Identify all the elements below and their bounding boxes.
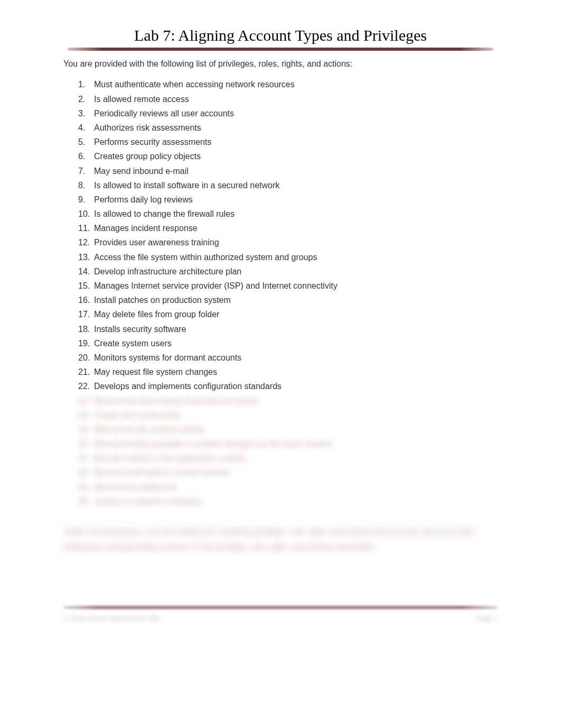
list-item: 25.Blurred list file content writing xyxy=(78,422,498,437)
list-item-text: Blurred system is the application conten… xyxy=(94,451,498,465)
list-item: 23.Blurred text item twenty three line o… xyxy=(78,394,498,408)
footer-right: Page 1 xyxy=(476,614,498,622)
title-divider xyxy=(68,48,493,51)
list-item-number: 28. xyxy=(78,465,94,480)
footer: © 2015 Author Name Book Title Page 1 xyxy=(63,606,498,622)
list-item-number: 15. xyxy=(78,279,94,293)
list-item: 17.May delete files from group folder xyxy=(78,307,498,321)
list-item-number: 9. xyxy=(78,192,94,207)
list-item-text: Develops and implements configuration st… xyxy=(94,379,498,393)
blurred-list-section: 23.Blurred text item twenty three line o… xyxy=(63,394,498,509)
list-item: 14.Develop infrastructure architecture p… xyxy=(78,264,498,279)
list-item-text: Authorizes risk assessments xyxy=(94,121,498,135)
list-item-text: Blurred text item twenty three line of c… xyxy=(94,394,498,408)
list-item-text: Blurred writing example is content chang… xyxy=(94,437,498,451)
list-item-number: 21. xyxy=(78,365,94,379)
list-item-text: Install patches on production system xyxy=(94,293,498,307)
list-item-number: 10. xyxy=(78,207,94,221)
list-item: 27.Blurred system is the application con… xyxy=(78,451,498,465)
footer-left: © 2015 Author Name Book Title xyxy=(63,614,160,622)
list-item-text: Manages Internet service provider (ISP) … xyxy=(94,279,498,293)
list-item: 24.Create text content line xyxy=(78,408,498,422)
list-item-number: 25. xyxy=(78,422,94,437)
list-item: 1.Must authenticate when accessing netwo… xyxy=(78,77,498,91)
list-item-text: Monitors systems for dormant accounts xyxy=(94,351,498,365)
list-item: 3.Periodically reviews all user accounts xyxy=(78,106,498,121)
list-item: 29.Blurred text additional xyxy=(78,480,498,494)
blurred-instruction-paragraph: Under the procedure, account written the… xyxy=(63,524,498,555)
list-item-text: Access the file system within authorized… xyxy=(94,250,498,264)
list-item-number: 4. xyxy=(78,121,94,135)
list-item-text: Performs security assessments xyxy=(94,135,498,149)
list-item-number: 29. xyxy=(78,480,94,494)
list-item-text: Provides user awareness training xyxy=(94,235,498,250)
list-item-text: Create text content line xyxy=(94,408,498,422)
footer-divider xyxy=(63,606,498,609)
list-item-text: May request file system changes xyxy=(94,365,498,379)
list-item-text: May send inbound e-mail xyxy=(94,164,498,178)
list-item: 26.Blurred writing example is content ch… xyxy=(78,437,498,451)
list-item-number: 12. xyxy=(78,235,94,250)
list-item-number: 2. xyxy=(78,92,94,106)
list-item: 6.Creates group policy objects xyxy=(78,149,498,163)
list-item-number: 5. xyxy=(78,135,94,149)
list-item-text: Is allowed remote access xyxy=(94,92,498,106)
list-item-number: 17. xyxy=(78,307,94,321)
list-item-text: Blurred list file content writing xyxy=(94,422,498,437)
list-item-text: Is allowed to install software in a secu… xyxy=(94,178,498,192)
list-item-number: 18. xyxy=(78,322,94,336)
list-item: 22.Develops and implements configuration… xyxy=(78,379,498,393)
list-item: 19.Create system users xyxy=(78,336,498,351)
list-item-number: 26. xyxy=(78,437,94,451)
list-item-number: 14. xyxy=(78,264,94,279)
list-item: 7.May send inbound e-mail xyxy=(78,164,498,178)
list-item: 18.Installs security software xyxy=(78,322,498,336)
list-item: 15.Manages Internet service provider (IS… xyxy=(78,279,498,293)
list-item: 10.Is allowed to change the firewall rul… xyxy=(78,207,498,221)
privilege-list-blurred: 23.Blurred text item twenty three line o… xyxy=(63,394,498,509)
list-item: 2.Is allowed remote access xyxy=(78,92,498,106)
list-item: 12.Provides user awareness training xyxy=(78,235,498,250)
list-item-number: 20. xyxy=(78,351,94,365)
list-item-number: 23. xyxy=(78,394,94,408)
list-item-number: 11. xyxy=(78,221,94,235)
list-item: 9.Performs daily log reviews xyxy=(78,192,498,207)
list-item-text: Manages incident response xyxy=(94,221,498,235)
list-item-text: System is related in between xyxy=(94,494,498,509)
list-item-text: Creates group policy objects xyxy=(94,149,498,163)
list-item-text: Installs security software xyxy=(94,322,498,336)
list-item: 21.May request file system changes xyxy=(78,365,498,379)
list-item-number: 8. xyxy=(78,178,94,192)
list-item-number: 3. xyxy=(78,106,94,121)
list-item: 5.Performs security assessments xyxy=(78,135,498,149)
list-item-number: 19. xyxy=(78,336,94,351)
list-item-text: Blurred small before content second xyxy=(94,465,498,480)
list-item-number: 1. xyxy=(78,77,94,91)
list-item-text: Develop infrastructure architecture plan xyxy=(94,264,498,279)
list-item: 16.Install patches on production system xyxy=(78,293,498,307)
list-item-number: 7. xyxy=(78,164,94,178)
intro-text: You are provided with the following list… xyxy=(63,58,498,70)
list-item: 30.System is related in between xyxy=(78,494,498,509)
list-item: 4.Authorizes risk assessments xyxy=(78,121,498,135)
list-item: 8.Is allowed to install software in a se… xyxy=(78,178,498,192)
list-item-number: 22. xyxy=(78,379,94,393)
list-item-text: May delete files from group folder xyxy=(94,307,498,321)
list-item: 13.Access the file system within authori… xyxy=(78,250,498,264)
list-item-text: Must authenticate when accessing network… xyxy=(94,77,498,91)
list-item-text: Blurred text additional xyxy=(94,480,498,494)
list-item-text: Periodically reviews all user accounts xyxy=(94,106,498,121)
page-title: Lab 7: Aligning Account Types and Privil… xyxy=(63,26,498,44)
list-item: 11.Manages incident response xyxy=(78,221,498,235)
privilege-list-visible: 1.Must authenticate when accessing netwo… xyxy=(63,77,498,393)
list-item: 20.Monitors systems for dormant accounts xyxy=(78,351,498,365)
list-item: 28.Blurred small before content second xyxy=(78,465,498,480)
list-item-number: 27. xyxy=(78,451,94,465)
list-item-number: 16. xyxy=(78,293,94,307)
list-item-number: 6. xyxy=(78,149,94,163)
list-item-number: 24. xyxy=(78,408,94,422)
list-item-number: 13. xyxy=(78,250,94,264)
list-item-number: 30. xyxy=(78,494,94,509)
list-item-text: Performs daily log reviews xyxy=(94,192,498,207)
list-item-text: Create system users xyxy=(94,336,498,351)
